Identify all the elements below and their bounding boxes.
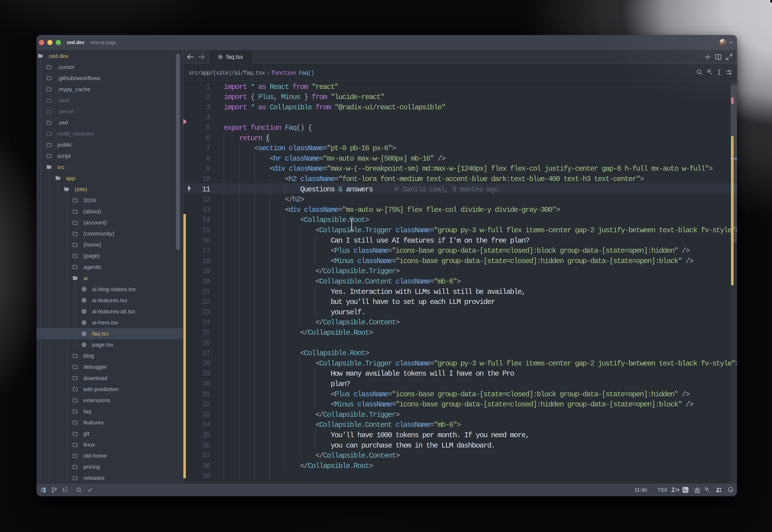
svg-text:Z: Z: [672, 487, 675, 493]
